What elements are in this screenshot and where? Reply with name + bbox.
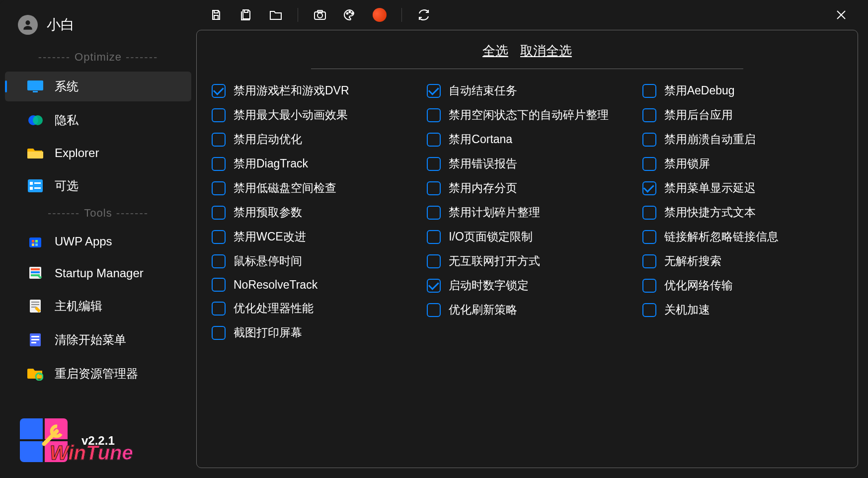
checkbox[interactable] — [212, 254, 226, 268]
sidebar-item-clearstart[interactable]: 清除开始菜单 — [5, 325, 191, 355]
sidebar-item-hostedit[interactable]: 主机编辑 — [5, 291, 191, 321]
checkbox[interactable] — [212, 326, 226, 340]
sidebar-item-privacy[interactable]: 隐私 — [5, 105, 191, 135]
checkbox[interactable] — [212, 206, 226, 220]
option-item[interactable]: 禁用锁屏 — [642, 156, 843, 171]
sidebar-item-restartexp[interactable]: 重启资源管理器 — [5, 359, 191, 389]
checkbox[interactable] — [212, 108, 226, 122]
checkbox[interactable] — [427, 303, 441, 317]
checkbox[interactable] — [212, 230, 226, 244]
checkbox[interactable] — [642, 181, 656, 195]
checkbox[interactable] — [427, 108, 441, 122]
checkbox[interactable] — [427, 181, 441, 195]
checkbox[interactable] — [212, 302, 226, 316]
option-item[interactable]: 优化处理器性能 — [212, 301, 412, 316]
footer: v2.2.1 WinTune — [0, 418, 196, 478]
options-column-2: 自动结束任务禁用空闲状态下的自动碎片整理禁用Cortana禁用错误报告禁用内存分… — [427, 83, 627, 340]
save-as-icon[interactable] — [238, 7, 254, 23]
option-item[interactable]: 禁用空闲状态下的自动碎片整理 — [427, 107, 627, 123]
checkbox[interactable] — [642, 84, 656, 98]
checkbox[interactable] — [427, 133, 441, 147]
option-item[interactable]: 禁用低磁盘空间检查 — [212, 180, 412, 196]
checkbox[interactable] — [642, 303, 656, 317]
checkbox[interactable] — [642, 230, 656, 244]
refresh-icon[interactable] — [416, 7, 432, 23]
checkbox[interactable] — [642, 254, 656, 268]
option-item[interactable]: 自动结束任务 — [427, 83, 627, 98]
checkbox[interactable] — [642, 157, 656, 171]
open-folder-icon[interactable] — [268, 7, 284, 23]
option-item[interactable]: 禁用最大最小动画效果 — [212, 107, 412, 123]
checkbox[interactable] — [427, 279, 441, 293]
checkbox[interactable] — [427, 157, 441, 171]
option-item[interactable]: 禁用内存分页 — [427, 180, 627, 196]
checkbox[interactable] — [427, 84, 441, 98]
option-item[interactable]: 启动时数字锁定 — [427, 278, 627, 293]
checkbox[interactable] — [427, 254, 441, 268]
clearstart-icon — [27, 333, 44, 347]
sidebar-item-optional[interactable]: 可选 — [5, 171, 191, 201]
option-item[interactable]: 禁用AeDebug — [642, 83, 843, 98]
sidebar-item-startup[interactable]: Startup Manager — [5, 259, 191, 287]
checkbox[interactable] — [212, 181, 226, 195]
select-row: 全选 取消全选 — [212, 42, 843, 65]
deselect-all-link[interactable]: 取消全选 — [520, 42, 572, 60]
camera-icon[interactable] — [312, 7, 328, 23]
option-item[interactable]: NoResolveTrack — [212, 278, 412, 292]
option-label: 优化刷新策略 — [449, 302, 517, 318]
option-item[interactable]: 禁用菜单显示延迟 — [642, 180, 843, 196]
sidebar-item-uwp[interactable]: UWP Apps — [5, 228, 191, 255]
option-item[interactable]: 禁用快捷方式文本 — [642, 205, 843, 220]
sidebar-item-label: 系统 — [55, 79, 79, 94]
language-flag-icon[interactable] — [372, 7, 388, 23]
option-item[interactable]: 无解析搜索 — [642, 253, 843, 269]
checkbox[interactable] — [212, 157, 226, 171]
brand-label: WinTune — [50, 442, 133, 464]
option-label: 禁用锁屏 — [664, 156, 710, 171]
option-item[interactable]: 禁用预取参数 — [212, 205, 412, 220]
sidebar-item-explorer[interactable]: Explorer — [5, 139, 191, 167]
save-icon[interactable] — [208, 7, 224, 23]
user-row: 小白 — [0, 10, 196, 47]
toolbar — [196, 0, 858, 30]
option-item[interactable]: 禁用崩溃自动重启 — [642, 132, 843, 147]
checkbox[interactable] — [642, 206, 656, 220]
checkbox[interactable] — [212, 133, 226, 147]
svg-rect-1 — [27, 80, 43, 90]
option-item[interactable]: 禁用计划碎片整理 — [427, 205, 627, 220]
checkbox[interactable] — [427, 230, 441, 244]
option-item[interactable]: 优化网络传输 — [642, 278, 843, 293]
option-item[interactable]: 禁用启动优化 — [212, 132, 412, 147]
option-label: 禁用游戏栏和游戏DVR — [234, 83, 349, 98]
option-item[interactable]: 禁用WCE改进 — [212, 229, 412, 244]
option-item[interactable]: 鼠标悬停时间 — [212, 253, 412, 269]
checkbox[interactable] — [642, 133, 656, 147]
folder-icon — [27, 146, 44, 160]
checkbox[interactable] — [212, 84, 226, 98]
option-item[interactable]: I/O页面锁定限制 — [427, 229, 627, 244]
option-item[interactable]: 优化刷新策略 — [427, 302, 627, 318]
checkbox[interactable] — [642, 108, 656, 122]
option-item[interactable]: 禁用后台应用 — [642, 107, 843, 123]
option-item[interactable]: 无互联网打开方式 — [427, 253, 627, 269]
sidebar-item-label: Explorer — [55, 146, 99, 160]
checkbox[interactable] — [212, 278, 226, 292]
option-item[interactable]: 链接解析忽略链接信息 — [642, 229, 843, 244]
palette-icon[interactable] — [342, 7, 358, 23]
svg-rect-12 — [35, 240, 38, 242]
checkbox[interactable] — [427, 206, 441, 220]
select-all-link[interactable]: 全选 — [482, 42, 508, 60]
avatar[interactable] — [18, 15, 38, 35]
option-item[interactable]: 禁用DiagTrack — [212, 156, 412, 171]
sidebar-item-system[interactable]: 系统 — [5, 72, 191, 101]
close-button[interactable] — [829, 3, 853, 27]
option-item[interactable]: 禁用错误报告 — [427, 156, 627, 171]
option-item[interactable]: 禁用游戏栏和游戏DVR — [212, 83, 412, 98]
option-item[interactable]: 截图打印屏幕 — [212, 325, 412, 340]
option-item[interactable]: 禁用Cortana — [427, 132, 627, 147]
svg-rect-14 — [35, 243, 38, 246]
checkbox[interactable] — [642, 279, 656, 293]
option-label: 禁用Cortana — [449, 132, 512, 147]
section-tools: Tools — [0, 207, 196, 220]
option-item[interactable]: 关机加速 — [642, 302, 843, 318]
